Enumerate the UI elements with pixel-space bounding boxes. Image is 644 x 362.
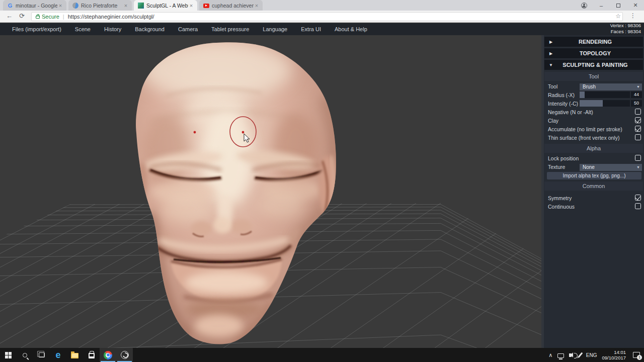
network-icon[interactable] [557,353,564,358]
section-topology[interactable]: ▶ TOPOLOGY [544,48,643,58]
thin-surface-row: Thin surface (front vertex only) [544,133,644,142]
restore-icon [616,4,620,8]
tool-dropdown[interactable]: Brush ▼ [580,83,642,90]
import-alpha-button[interactable]: Import alpha tex (jpg, png...) [547,172,641,179]
taskbar-search-button[interactable] [17,348,33,362]
mesh-stats: Vertex : 98306 Faces : 98304 [610,23,641,35]
negative-checkbox[interactable] [635,109,641,115]
intensity-row: Intensity (-C) 50 [544,99,644,108]
sculptgl-favicon-icon [138,3,144,9]
lock-position-checkbox[interactable] [635,155,641,161]
symmetry-dot [194,131,196,134]
menu-extra-ui[interactable]: Extra UI [301,26,321,32]
tab-close-icon[interactable]: × [188,3,194,9]
back-button[interactable]: ← [6,12,13,20]
thin-surface-checkbox[interactable] [635,134,641,140]
start-button[interactable] [0,348,17,362]
taskbar-clock[interactable]: 14:01 09/10/2017 [602,349,626,360]
radius-slider-fill [580,92,585,98]
menu-history[interactable]: History [104,26,121,32]
tab-close-icon[interactable]: × [123,3,129,9]
folder-icon [71,353,78,358]
tab-close-icon[interactable]: × [254,3,260,9]
menu-language[interactable]: Language [263,26,287,32]
close-button[interactable]: ✕ [627,0,644,11]
accumulate-row: Accumulate (no limit per stroke) [544,125,644,133]
obs-taskbar-button[interactable] [116,348,133,362]
symmetry-checkbox[interactable] [635,195,641,201]
menu-files[interactable]: Files (import/export) [12,26,61,32]
youtube-favicon-icon [203,4,209,8]
profile-button[interactable] [576,0,593,11]
collapse-arrow-icon: ▶ [544,40,557,44]
texture-dropdown[interactable]: None ▼ [580,164,642,171]
url-text: https://stephaneginier.com/sculptgl/ [68,14,154,20]
person-icon [581,3,587,9]
browser-tab-2[interactable]: Rico Pietraforte × [68,0,132,11]
continuous-label: Continuous [548,204,644,210]
lock-position-row: Lock position [544,154,644,162]
negative-label: Negative (N or -Alt) [548,109,644,115]
section-sculpting-painting[interactable]: ▼ SCULPTING & PAINTING [544,60,643,70]
section-label: TOPOLOGY [557,50,643,56]
chrome-icon [104,351,112,359]
group-title-common: Common [544,182,643,191]
refresh-button[interactable]: ⟳ [19,12,25,20]
clay-label: Clay [548,118,644,124]
symmetry-row: Symmetry [544,194,644,202]
clay-checkbox[interactable] [635,117,641,123]
store-button[interactable] [83,348,100,362]
pen-icon[interactable] [578,352,583,358]
menu-about-help[interactable]: About & Help [335,26,367,32]
accumulate-label: Accumulate (no limit per stroke) [548,126,644,132]
texture-label: Texture [548,164,582,170]
accumulate-checkbox[interactable] [635,126,641,132]
menu-background[interactable]: Background [135,26,165,32]
tool-row: Tool Brush ▼ [544,82,644,90]
restore-button[interactable] [610,0,627,11]
sculpt-viewport[interactable] [0,35,541,348]
intensity-value[interactable]: 50 [631,100,642,107]
group-title-alpha: Alpha [544,144,643,153]
edge-icon: e [55,350,60,359]
sphere-favicon-icon [72,3,78,9]
collapse-arrow-icon: ▼ [544,63,557,67]
menu-camera[interactable]: Camera [178,26,198,32]
section-label: RENDERING [557,39,643,45]
intensity-slider[interactable] [580,100,630,107]
file-explorer-button[interactable] [66,348,83,362]
browser-tab-1[interactable]: G minotaur - Google Searc × [3,0,66,11]
chrome-taskbar-button[interactable] [100,348,116,362]
minimize-button[interactable]: – [593,0,610,11]
tray-chevron-icon[interactable]: ∧ [548,352,552,358]
tool-dropdown-value: Brush [583,84,596,89]
url-separator: | [63,14,64,20]
chevron-down-icon: ▼ [636,164,640,171]
system-tray: ∧ ENG 14:01 09/10/2017 [548,349,644,360]
brush-center-dot [242,131,245,134]
bookmark-star-icon[interactable]: ☆ [615,13,621,20]
browser-tab-3-active[interactable]: SculptGL - A WebGL scul × [134,0,197,11]
texture-row: Texture None ▼ [544,162,644,171]
section-rendering[interactable]: ▶ RENDERING [544,37,643,47]
radius-slider[interactable] [580,92,630,98]
browser-titlebar: G minotaur - Google Searc × Rico Pietraf… [0,0,644,11]
address-bar[interactable]: Secure | https://stephaneginier.com/scul… [31,12,623,21]
obs-icon [121,351,129,359]
intensity-slider-fill [580,100,603,107]
tab-close-icon[interactable]: × [57,3,63,9]
menu-scene[interactable]: Scene [75,26,91,32]
scene-canvas [0,35,541,348]
language-indicator[interactable]: ENG [586,352,597,358]
continuous-checkbox[interactable] [635,203,641,209]
speaker-icon[interactable] [569,353,572,357]
menu-tablet-pressure[interactable]: Tablet pressure [211,26,249,32]
action-center-icon[interactable] [633,352,640,358]
radius-value[interactable]: 44 [631,92,642,98]
task-view-button[interactable] [33,348,50,362]
browser-tab-4[interactable]: cuphead achievement g × [199,0,263,11]
browser-menu-icon[interactable]: ⋮ [630,12,636,19]
edge-taskbar-button[interactable]: e [50,348,66,362]
sculptgl-side-panel: ▶ RENDERING ▶ TOPOLOGY ▼ SCULPTING & PAI… [541,35,644,348]
thin-surface-label: Thin surface (front vertex only) [548,135,644,141]
